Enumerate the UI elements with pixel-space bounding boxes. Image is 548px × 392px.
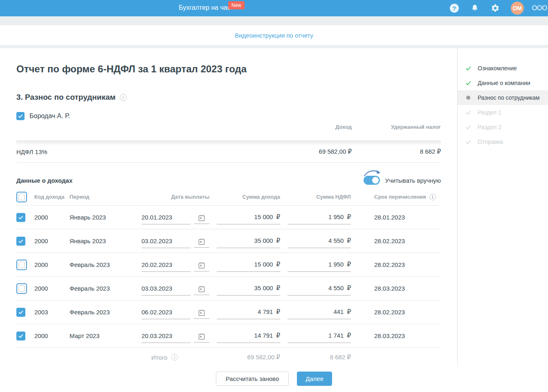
tax-amount-input[interactable]: 4 550₽: [287, 237, 351, 248]
video-instruction-bar: Видеоинструкция по отчету: [0, 25, 548, 45]
period-cell: Февраль 2023: [70, 285, 141, 292]
step-label: Ознакомление: [478, 65, 517, 72]
step-label: Данные о компании: [478, 80, 530, 86]
sidebar-step-5[interactable]: Отправка: [458, 134, 548, 149]
employee-row: Бородач А. Р.: [16, 112, 441, 120]
income-amount-input[interactable]: 15 000₽: [217, 261, 280, 272]
total-info-icon[interactable]: i: [171, 354, 178, 361]
income-code-cell: 2003: [34, 309, 70, 316]
step-check-icon: [465, 80, 472, 86]
sidebar-step-4[interactable]: Раздел 2: [458, 120, 548, 134]
step-check-icon: [465, 65, 472, 72]
table-row: 2000 Январь 2023 20.01.2023 15 000₽ 1 95…: [16, 206, 441, 229]
pay-date-input[interactable]: 20.01.2023: [141, 214, 191, 224]
income-amount-input[interactable]: 4 791₽: [217, 308, 280, 319]
income-amount-input[interactable]: 35 000₽: [217, 237, 280, 248]
row-checkbox[interactable]: [16, 237, 25, 246]
sidebar-step-0[interactable]: Ознакомление: [458, 61, 548, 76]
calendar-icon[interactable]: [194, 332, 209, 343]
due-date-cell: 28.03.2023: [351, 285, 441, 292]
ndfl-tax-value: 8 682 ₽: [352, 148, 441, 155]
ndfl-rate-label: НДФЛ 13%: [16, 148, 98, 155]
step-label: Раздел 1: [478, 109, 501, 116]
income-table-body: 2000 Январь 2023 20.01.2023 15 000₽ 1 95…: [16, 206, 441, 348]
due-date-cell: 28.02.2023: [351, 309, 441, 316]
app-title: Бухгалтер на час: [179, 4, 231, 11]
employee-checkbox[interactable]: [16, 112, 25, 120]
sidebar-step-2[interactable]: Разнос по сотрудникам: [458, 90, 548, 105]
income-column-header: Доход: [16, 124, 352, 130]
select-all-checkbox[interactable]: [16, 192, 27, 202]
step-check-icon: [465, 110, 472, 116]
col-header-pay-date: Дата выплаты: [141, 194, 209, 200]
total-tax-value: 8 682 ₽: [280, 354, 351, 361]
table-row: 2000 Январь 2023 03.02.2023 35 000₽ 4 55…: [16, 229, 441, 253]
col-header-period: Период: [70, 194, 141, 200]
withheld-tax-column-header: Удержанный налог: [352, 124, 441, 130]
due-date-cell: 28.02.2023: [351, 237, 441, 244]
income-code-cell: 2000: [34, 332, 70, 339]
sidebar-step-1[interactable]: Данные о компании: [458, 76, 548, 90]
income-table-header: Код дохода Период Дата выплаты Сумма дох…: [16, 188, 441, 206]
recalculate-button[interactable]: Рассчитать заново: [216, 372, 289, 386]
calendar-icon[interactable]: [194, 214, 209, 224]
income-amount-input[interactable]: 35 000₽: [217, 284, 280, 296]
tax-amount-input[interactable]: 4 550₽: [287, 284, 351, 296]
due-date-cell: 28.02.2023: [351, 261, 441, 268]
period-cell: Февраль 2023: [70, 309, 141, 316]
section-title: 3. Разнос по сотрудникам: [16, 93, 116, 102]
due-date-info-icon[interactable]: i: [429, 194, 436, 200]
period-cell: Март 2023: [70, 332, 141, 339]
income-data-title: Данные о доходах: [16, 177, 72, 184]
income-code-cell: 2000: [34, 261, 70, 268]
step-label: Раздел 2: [478, 124, 501, 130]
calendar-icon[interactable]: [194, 237, 209, 248]
pay-date-input[interactable]: 20.03.2023: [141, 332, 191, 343]
manual-accounting-toggle[interactable]: [364, 176, 380, 185]
help-icon[interactable]: ?: [449, 3, 459, 13]
company-name[interactable]: ООО: [532, 4, 547, 12]
col-header-tax-amount: Сумма НДФЛ: [280, 194, 351, 200]
income-amount-input[interactable]: 15 000₽: [217, 213, 280, 224]
form-footer: Рассчитать заново Далее: [0, 370, 548, 392]
tax-amount-input[interactable]: 441₽: [287, 308, 351, 319]
step-check-icon: [465, 124, 472, 130]
row-checkbox[interactable]: [16, 260, 27, 270]
pay-date-input[interactable]: 03.03.2023: [141, 285, 191, 296]
calendar-icon[interactable]: [194, 261, 209, 271]
divider-strip: [0, 16, 548, 25]
calendar-icon[interactable]: [194, 285, 209, 295]
row-checkbox[interactable]: [16, 308, 25, 317]
period-cell: Январь 2023: [70, 237, 141, 244]
period-cell: Январь 2023: [70, 214, 141, 221]
step-check-icon: [465, 139, 472, 145]
row-checkbox[interactable]: [16, 283, 27, 294]
tax-amount-input[interactable]: 1 950₽: [287, 261, 351, 272]
section-info-icon[interactable]: i: [120, 94, 127, 101]
income-amount-input[interactable]: 14 791₽: [217, 332, 280, 343]
video-instruction-link[interactable]: Видеоинструкция по отчету: [235, 32, 313, 39]
col-header-due-date: Срок перечисления: [374, 194, 426, 200]
sidebar-step-3[interactable]: Раздел 1: [458, 105, 548, 120]
pay-date-input[interactable]: 03.02.2023: [141, 237, 191, 248]
avatar[interactable]: ОМ: [511, 2, 524, 15]
total-income-value: 69 582,00 ₽: [209, 354, 280, 361]
pay-date-input[interactable]: 20.02.2023: [141, 261, 191, 272]
tax-amount-input[interactable]: 1 741₽: [287, 332, 351, 343]
income-code-cell: 2000: [34, 214, 70, 221]
ndfl-income-value: 69 582,00 ₽: [98, 148, 352, 155]
next-button[interactable]: Далее: [297, 372, 332, 386]
tax-amount-input[interactable]: 1 950₽: [287, 213, 351, 224]
calendar-icon[interactable]: [194, 309, 209, 319]
wizard-steps-sidebar: ОзнакомлениеДанные о компанииРазнос по с…: [457, 48, 548, 392]
row-checkbox[interactable]: [16, 332, 25, 340]
col-header-income-code: Код дохода: [34, 194, 70, 200]
settings-icon[interactable]: [490, 3, 500, 13]
notifications-icon[interactable]: [470, 3, 480, 13]
row-checkbox[interactable]: [16, 213, 25, 222]
ndfl-summary-row: НДФЛ 13% 69 582,00 ₽ 8 682 ₽: [16, 141, 441, 163]
step-label: Отправка: [478, 139, 503, 145]
due-date-cell: 28.03.2023: [351, 332, 441, 339]
app-header: Бухгалтер на час New ? ОМ ООО: [0, 0, 548, 16]
pay-date-input[interactable]: 06.02.2023: [141, 309, 191, 319]
